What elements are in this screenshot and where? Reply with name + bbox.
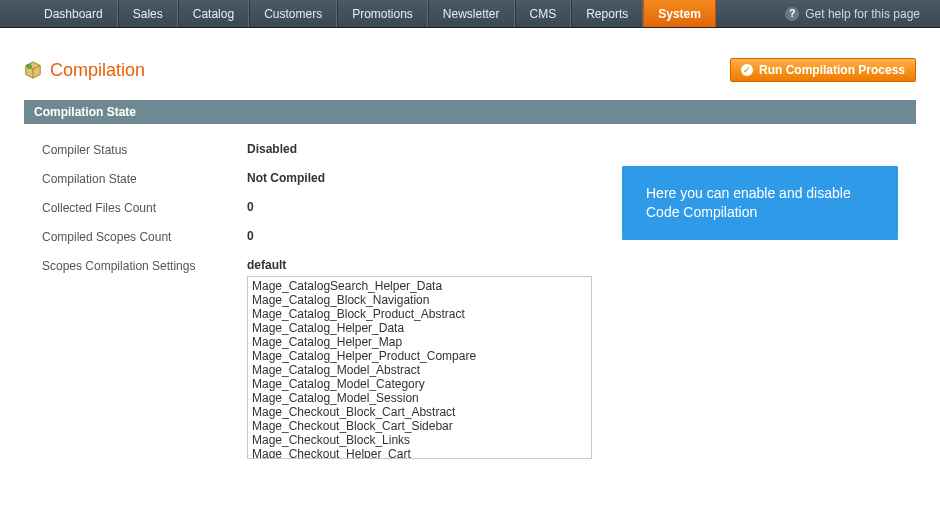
nav-item-sales[interactable]: Sales [118, 0, 178, 27]
page-title: Compilation [50, 60, 145, 81]
scopes-list-item[interactable]: Mage_Checkout_Block_Cart_Abstract [252, 405, 587, 419]
nav-item-customers[interactable]: Customers [249, 0, 337, 27]
run-compilation-button[interactable]: ✓ Run Compilation Process [730, 58, 916, 82]
scopes-list-item[interactable]: Mage_CatalogSearch_Helper_Data [252, 279, 587, 293]
package-icon [24, 61, 42, 79]
help-label: Get help for this page [805, 7, 920, 21]
scopes-list-item[interactable]: Mage_Catalog_Helper_Data [252, 321, 587, 335]
row-compiled-scopes: Compiled Scopes Count 0 [42, 229, 592, 244]
value-compiler-status: Disabled [247, 142, 592, 156]
nav-item-system[interactable]: System [643, 0, 716, 27]
page-body: Compilation ✓ Run Compilation Process Co… [0, 28, 940, 493]
label-scopes-settings: Scopes Compilation Settings [42, 258, 247, 273]
check-icon: ✓ [741, 64, 753, 76]
value-compiled-scopes: 0 [247, 229, 592, 243]
row-compilation-state: Compilation State Not Compiled [42, 171, 592, 186]
content-left: Compiler Status Disabled Compilation Sta… [42, 142, 592, 473]
help-link[interactable]: ? Get help for this page [777, 0, 928, 27]
value-compilation-state: Not Compiled [247, 171, 592, 185]
scopes-list-item[interactable]: Mage_Catalog_Model_Abstract [252, 363, 587, 377]
label-compiler-status: Compiler Status [42, 142, 247, 157]
info-callout: Here you can enable and disable Code Com… [622, 166, 898, 240]
scopes-list-item[interactable]: Mage_Catalog_Model_Category [252, 377, 587, 391]
nav-item-cms[interactable]: CMS [515, 0, 572, 27]
scopes-list-item[interactable]: Mage_Catalog_Helper_Product_Compare [252, 349, 587, 363]
scopes-list-item[interactable]: Mage_Checkout_Helper_Cart [252, 447, 587, 459]
scopes-list-item[interactable]: Mage_Checkout_Block_Links [252, 433, 587, 447]
label-collected-files: Collected Files Count [42, 200, 247, 215]
nav-item-dashboard[interactable]: Dashboard [30, 0, 118, 27]
nav-item-catalog[interactable]: Catalog [178, 0, 249, 27]
run-button-label: Run Compilation Process [759, 63, 905, 77]
row-compiler-status: Compiler Status Disabled [42, 142, 592, 157]
scopes-default-value: default [247, 258, 286, 272]
svg-point-2 [27, 64, 31, 68]
nav-item-reports[interactable]: Reports [571, 0, 643, 27]
nav-item-promotions[interactable]: Promotions [337, 0, 428, 27]
help-icon: ? [785, 7, 799, 21]
section-header: Compilation State [24, 100, 916, 124]
value-collected-files: 0 [247, 200, 592, 214]
row-scopes-settings: Scopes Compilation Settings default Mage… [42, 258, 592, 459]
label-compiled-scopes: Compiled Scopes Count [42, 229, 247, 244]
page-header: Compilation ✓ Run Compilation Process [24, 58, 916, 82]
scopes-list-item[interactable]: Mage_Catalog_Block_Navigation [252, 293, 587, 307]
scopes-list-item[interactable]: Mage_Checkout_Block_Cart_Sidebar [252, 419, 587, 433]
label-compilation-state: Compilation State [42, 171, 247, 186]
scopes-list-item[interactable]: Mage_Catalog_Helper_Map [252, 335, 587, 349]
content-wrap: Compiler Status Disabled Compilation Sta… [24, 124, 916, 473]
scopes-list-item[interactable]: Mage_Catalog_Model_Session [252, 391, 587, 405]
scopes-list-item[interactable]: Mage_Catalog_Block_Product_Abstract [252, 307, 587, 321]
value-scopes-settings: default Mage_CatalogSearch_Helper_DataMa… [247, 258, 592, 459]
nav-item-newsletter[interactable]: Newsletter [428, 0, 515, 27]
row-collected-files: Collected Files Count 0 [42, 200, 592, 215]
top-nav: DashboardSalesCatalogCustomersPromotions… [0, 0, 940, 28]
scopes-listbox[interactable]: Mage_CatalogSearch_Helper_DataMage_Catal… [247, 276, 592, 459]
content-right: Here you can enable and disable Code Com… [622, 142, 898, 473]
